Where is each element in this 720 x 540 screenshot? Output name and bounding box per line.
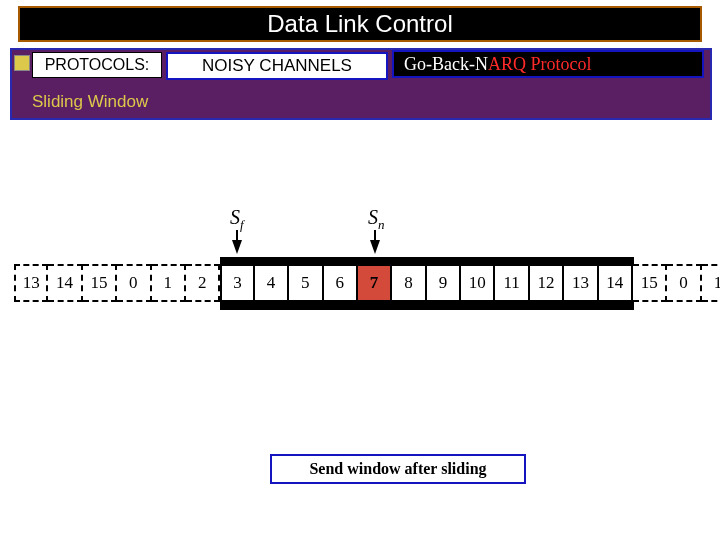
pointer-sn-label: Sn xyxy=(368,206,385,233)
cell-window: 3 xyxy=(220,264,254,302)
arrow-down-icon xyxy=(232,240,242,254)
cell-pre: 15 xyxy=(83,264,117,302)
sequence-cells: 13 14 15 0 1 2 3 4 5 6 7 8 9 10 11 12 13… xyxy=(14,264,706,302)
title-text: Data Link Control xyxy=(267,10,452,38)
subheading: Sliding Window xyxy=(32,92,148,112)
cell-window: 9 xyxy=(427,264,461,302)
noisy-channels-label: NOISY CHANNELS xyxy=(202,56,352,76)
protocols-label: PROTOCOLS: xyxy=(45,56,150,74)
cell-post: 15 xyxy=(633,264,667,302)
cell-window: 11 xyxy=(495,264,529,302)
cell-window: 4 xyxy=(255,264,289,302)
sliding-window-figure: Sf Sn 13 14 15 0 1 2 3 4 5 6 7 8 9 10 11 xyxy=(14,210,706,350)
cell-window: 12 xyxy=(530,264,564,302)
protocols-label-box: PROTOCOLS: xyxy=(32,52,162,78)
slide-root: Data Link Control PROTOCOLS: NOISY CHANN… xyxy=(0,0,720,540)
cell-pre: 1 xyxy=(152,264,186,302)
cell-post: 1 xyxy=(702,264,720,302)
go-back-n-box: Go-Back-N ARQ Protocol xyxy=(392,50,704,78)
go-back-n-prefix: Go-Back-N xyxy=(404,54,488,75)
cell-post: 0 xyxy=(667,264,701,302)
cell-pre: 14 xyxy=(48,264,82,302)
title-bar: Data Link Control xyxy=(18,6,702,42)
cell-window: 13 xyxy=(564,264,598,302)
bullet-icon xyxy=(14,55,30,71)
caption-box: Send window after sliding xyxy=(270,454,526,484)
cell-window: 6 xyxy=(324,264,358,302)
cell-pre: 0 xyxy=(117,264,151,302)
noisy-channels-box: NOISY CHANNELS xyxy=(166,52,388,80)
pointer-sn-stem xyxy=(374,230,376,240)
caption-text: Send window after sliding xyxy=(309,460,486,478)
pointer-sf-stem xyxy=(236,230,238,240)
arrow-down-icon xyxy=(370,240,380,254)
cell-window: 14 xyxy=(599,264,633,302)
window-bar-bottom xyxy=(220,302,634,310)
go-back-n-red: ARQ Protocol xyxy=(488,54,592,75)
cell-sn: 7 xyxy=(358,264,392,302)
cell-window: 5 xyxy=(289,264,323,302)
cell-pre: 13 xyxy=(14,264,48,302)
cell-window: 10 xyxy=(461,264,495,302)
cell-window: 8 xyxy=(392,264,426,302)
pointer-sf-label: Sf xyxy=(230,206,244,233)
cell-pre: 2 xyxy=(186,264,220,302)
